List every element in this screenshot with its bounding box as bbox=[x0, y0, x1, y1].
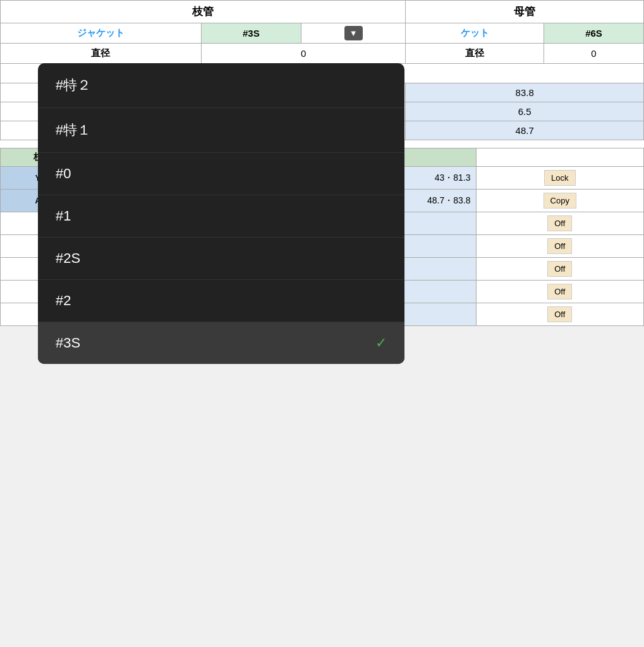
ket-label: ケット bbox=[406, 23, 544, 44]
dropdown-item-label-0: #特２ bbox=[56, 76, 91, 95]
value-3: 48.7 bbox=[406, 121, 644, 140]
dropdown-item-1[interactable]: #特１ bbox=[38, 108, 404, 153]
second-header-btn bbox=[476, 148, 643, 167]
header-row: 枝管 母管 bbox=[1, 1, 644, 23]
size-3s-cell[interactable]: #3S bbox=[201, 23, 301, 44]
value-1: 83.8 bbox=[406, 83, 644, 102]
diameter-label-2: 直径 bbox=[406, 44, 544, 64]
row-btn-4[interactable]: Off bbox=[476, 258, 643, 281]
action-button-0[interactable]: Lock bbox=[544, 170, 575, 186]
row-btn-0[interactable]: Lock bbox=[476, 167, 643, 190]
checkmark-icon-6: ✓ bbox=[375, 335, 387, 351]
dropdown-item-6[interactable]: #3S✓ bbox=[38, 322, 404, 364]
dropdown-item-label-3: #1 bbox=[56, 208, 71, 224]
action-button-2[interactable]: Off bbox=[547, 215, 572, 231]
diameter-val-2: 0 bbox=[544, 44, 643, 64]
row-btn-5[interactable]: Off bbox=[476, 281, 643, 303]
dropdown-item-label-6: #3S bbox=[56, 335, 80, 351]
size-6s-cell: #6S bbox=[544, 23, 643, 44]
dropdown-item-label-1: #特１ bbox=[56, 121, 91, 140]
dropdown-menu[interactable]: #特２#特１#0#1#2S#2#3S✓ bbox=[38, 63, 404, 364]
dropdown-trigger-button[interactable]: ▼ bbox=[344, 26, 363, 40]
row-btn-3[interactable]: Off bbox=[476, 235, 643, 258]
row-btn-2[interactable]: Off bbox=[476, 212, 643, 235]
dropdown-item-label-2: #0 bbox=[56, 166, 71, 182]
row-btn-1[interactable]: Copy bbox=[476, 190, 643, 212]
dropdown-item-label-5: #2 bbox=[56, 293, 71, 309]
diameter-val-1: 0 bbox=[201, 44, 406, 64]
dropdown-trigger-cell[interactable]: ▼ bbox=[301, 23, 406, 44]
dropdown-item-5[interactable]: #2 bbox=[38, 280, 404, 322]
dropdown-item-3[interactable]: #1 bbox=[38, 195, 404, 238]
dropdown-arrow-icon: ▼ bbox=[349, 28, 358, 38]
action-button-5[interactable]: Off bbox=[547, 284, 572, 299]
dropdown-item-4[interactable]: #2S bbox=[38, 238, 404, 280]
action-button-3[interactable]: Off bbox=[547, 238, 572, 254]
header-edakan: 枝管 bbox=[1, 1, 406, 23]
action-button-4[interactable]: Off bbox=[547, 261, 572, 277]
dropdown-item-2[interactable]: #0 bbox=[38, 153, 404, 195]
action-button-6[interactable]: Off bbox=[547, 306, 572, 322]
action-button-1[interactable]: Copy bbox=[544, 193, 576, 209]
diameter-row: 直径 0 直径 0 bbox=[1, 44, 644, 64]
dropdown-menu-arrow bbox=[177, 63, 202, 66]
header-mokan: 母管 bbox=[406, 1, 644, 23]
row-btn-6[interactable]: Off bbox=[476, 303, 643, 326]
jacket-label: ジャケット bbox=[1, 23, 202, 44]
dropdown-item-0[interactable]: #特２ bbox=[38, 63, 404, 108]
subheader-row: ジャケット #3S ▼ ケット #6S bbox=[1, 23, 644, 44]
dropdown-item-label-4: #2S bbox=[56, 250, 80, 267]
diameter-label-1: 直径 bbox=[1, 44, 202, 64]
value-2: 6.5 bbox=[406, 102, 644, 121]
